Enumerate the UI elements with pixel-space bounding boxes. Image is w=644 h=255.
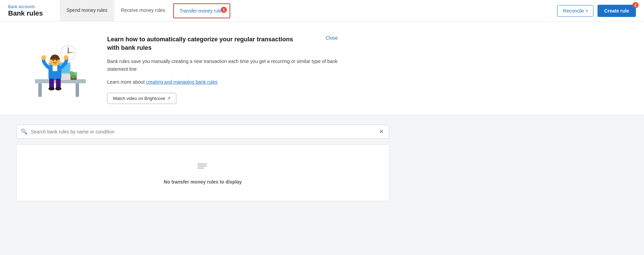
svg-rect-36 xyxy=(198,163,199,164)
watch-video-button[interactable]: Watch video on Brightcove ↗ xyxy=(107,93,176,104)
search-input[interactable] xyxy=(31,125,378,139)
svg-rect-1 xyxy=(38,83,42,97)
svg-point-12 xyxy=(74,72,77,75)
search-clear-button[interactable]: ✕ xyxy=(378,127,385,136)
svg-point-31 xyxy=(48,87,55,90)
header-actions: Reconcile ▾ Create rule 2 xyxy=(557,5,636,17)
info-title: Learn how to automatically categorize yo… xyxy=(107,35,297,52)
info-content: Learn how to automatically categorize yo… xyxy=(107,33,338,104)
svg-point-25 xyxy=(53,60,54,61)
tab-receive-money-rules[interactable]: Receive money rules xyxy=(114,0,172,22)
info-description: Bank rules save you manually creating a … xyxy=(107,58,338,73)
svg-rect-33 xyxy=(199,164,207,165)
chevron-down-icon: ▾ xyxy=(586,9,588,13)
external-link-icon: ↗ xyxy=(167,96,171,101)
create-rule-button[interactable]: Create rule 2 xyxy=(598,5,636,17)
main-content: 🔍 ✕ No transfer money rules to display xyxy=(0,115,644,217)
svg-rect-34 xyxy=(199,166,207,167)
svg-point-28 xyxy=(64,55,69,60)
info-banner: Learn how to automatically categorize yo… xyxy=(0,22,644,115)
svg-rect-37 xyxy=(198,165,199,166)
breadcrumb[interactable]: Bank accounts xyxy=(8,4,49,9)
illustration xyxy=(16,33,91,100)
header: Bank accounts Bank rules Spend money rul… xyxy=(0,0,644,22)
empty-state: No transfer money rules to display xyxy=(16,144,389,201)
reconcile-button[interactable]: Reconcile ▾ xyxy=(557,5,593,17)
search-container: 🔍 ✕ xyxy=(16,125,389,139)
tab-transfer-money-rules[interactable]: Transfer money rules 1 xyxy=(173,3,230,18)
search-icon: 🔍 xyxy=(21,128,27,135)
svg-point-26 xyxy=(56,60,57,61)
transfer-tab-badge: 1 xyxy=(221,7,227,13)
empty-state-text: No transfer money rules to display xyxy=(25,179,381,185)
tab-spend-money-rules[interactable]: Spend money rules xyxy=(60,0,114,22)
page-title: Bank rules xyxy=(8,9,49,17)
tabs-container: Spend money rules Receive money rules Tr… xyxy=(60,0,557,22)
header-left: Bank accounts Bank rules xyxy=(8,4,49,17)
empty-list-icon xyxy=(25,161,381,175)
svg-rect-35 xyxy=(199,168,204,169)
create-rule-badge: 2 xyxy=(632,2,639,8)
close-button[interactable]: Close xyxy=(326,35,338,41)
learn-link[interactable]: creating and managing bank rules xyxy=(146,79,217,85)
info-learn: Learn more about creating and managing b… xyxy=(107,78,338,86)
info-header: Learn how to automatically categorize yo… xyxy=(107,35,338,52)
svg-point-27 xyxy=(41,55,46,60)
svg-point-11 xyxy=(70,71,74,75)
svg-rect-2 xyxy=(76,83,79,97)
svg-point-32 xyxy=(55,87,61,90)
svg-rect-38 xyxy=(198,167,199,168)
